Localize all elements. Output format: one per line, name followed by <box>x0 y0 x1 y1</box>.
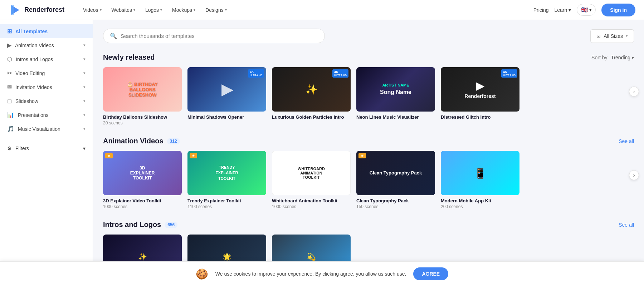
card-mobile-app[interactable]: 📱 Modern Mobile App Kit 200 scenes <box>441 151 519 209</box>
newly-released-section: Newly released Sort by: Trending ▾ 🎂 BIR… <box>103 53 634 125</box>
card-3d-explainer[interactable]: 3DEXPLAINERTOOLKIT ★ 3D Explainer Video … <box>103 151 182 209</box>
card-scenes-whiteboard: 1000 scenes <box>272 204 351 209</box>
card-title-mobile: Modern Mobile App Kit <box>441 198 519 203</box>
scissors-icon: ✂ <box>7 70 12 77</box>
sort-value[interactable]: Trending ▾ <box>611 55 634 60</box>
cookie-icon: 🍪 <box>196 268 208 280</box>
card-clean-typo[interactable]: Clean Typography Pack ★ Clean Typography… <box>356 151 435 209</box>
logo-link[interactable]: Renderforest <box>9 4 64 16</box>
sizes-dropdown[interactable]: ⊡ All Sizes ▾ <box>590 29 634 43</box>
pricing-link[interactable]: Pricing <box>533 7 549 13</box>
chevron-down-icon: ▾ <box>100 8 102 12</box>
sidebar: ⊞ All Templates ▶ Animation Videos ▾ ⬡ I… <box>0 20 93 286</box>
animation-videos-cards: 3DEXPLAINERTOOLKIT ★ 3D Explainer Video … <box>103 151 634 209</box>
sidebar-label-presentations: Presentations <box>18 112 49 118</box>
nav-item-videos[interactable]: Videos ▾ <box>79 4 106 16</box>
music-icon: 🎵 <box>7 125 14 132</box>
chevron-down-icon: ▾ <box>83 85 86 89</box>
animation-videos-see-all[interactable]: See all <box>619 138 634 144</box>
card-birthday[interactable]: 🎂 BIRTHDAYBALLOONSSLIDESHOW Birthday Bal… <box>103 67 182 125</box>
sidebar-item-all-templates[interactable]: ⊞ All Templates <box>0 24 93 38</box>
badge-4k: 4KULTRA HD <box>248 69 264 78</box>
sidebar-item-animation-videos[interactable]: ▶ Animation Videos ▾ <box>0 38 93 52</box>
card-scenes-typo: 150 scenes <box>356 204 435 209</box>
sidebar-item-video-editing[interactable]: ✂ Video Editing ▾ <box>0 66 93 80</box>
card-scenes-trendy: 1100 scenes <box>187 204 266 209</box>
play-icon: ▶ <box>221 81 233 98</box>
sidebar-item-slideshow[interactable]: ◻ Slideshow ▾ <box>0 94 93 108</box>
chevron-down-icon: ▾ <box>83 113 86 117</box>
nav-label-mockups: Mockups <box>172 7 192 13</box>
learn-link[interactable]: Learn ▾ <box>555 7 571 13</box>
filter-icon: ⚙ <box>7 146 12 151</box>
intros-logos-see-all[interactable]: See all <box>619 222 634 228</box>
card-whiteboard[interactable]: WHITEBOARDANIMATIONTOOLKIT Whiteboard An… <box>272 151 351 209</box>
search-input[interactable] <box>121 33 318 39</box>
card-scenes-3d: 1000 scenes <box>103 204 182 209</box>
card-thumb-particles: ✨ 4KULTRA HD <box>272 67 351 112</box>
newly-released-header: Newly released Sort by: Trending ▾ <box>103 53 634 61</box>
card-title-minimal: Minimal Shadows Opener <box>187 114 266 120</box>
chevron-down-icon: ▾ <box>83 43 86 48</box>
sidebar-label-all-templates: All Templates <box>15 29 48 34</box>
card-minimal[interactable]: ▶ 4KULTRA HD Minimal Shadows Opener <box>187 67 266 125</box>
sidebar-label-invitation-videos: Invitation Videos <box>15 84 52 90</box>
sort-label: Sort by: <box>591 55 609 60</box>
card-title-particles: Luxurious Golden Particles Intro <box>272 114 351 120</box>
card-title-whiteboard: Whiteboard Animation Toolkit <box>272 198 351 203</box>
nav-right: Pricing Learn ▾ 🇬🇧 ▾ Sign in <box>533 4 635 16</box>
card-thumb-mobile: 📱 <box>441 151 519 195</box>
card-thumb-neon: ARTIST NAMESong Name <box>356 67 435 112</box>
sidebar-item-invitation-videos[interactable]: ✉ Invitation Videos ▾ <box>0 80 93 94</box>
cookie-text: We use cookies to improve your experienc… <box>215 271 406 277</box>
sidebar-label-video-editing: Video Editing <box>15 70 45 76</box>
sidebar-item-filters[interactable]: ⚙ Filters ▾ <box>0 142 93 155</box>
nav-item-designs[interactable]: Designs ▾ <box>201 4 231 16</box>
chevron-down-icon: ▾ <box>83 99 86 103</box>
svg-marker-1 <box>11 5 14 15</box>
card-glitch[interactable]: ▶ Renderforest 4KULTRA HD Distressed Gli… <box>441 67 519 125</box>
envelope-icon: ✉ <box>7 84 12 90</box>
sidebar-label-intros-logos: Intros and Logos <box>16 56 53 62</box>
chevron-down-icon: ▾ <box>83 127 86 131</box>
card-thumb-whiteboard: WHITEBOARDANIMATIONTOOLKIT <box>272 151 351 195</box>
grid-icon: ⊞ <box>7 28 12 35</box>
nav-links: Videos ▾ Websites ▾ Logos ▾ Mockups ▾ De… <box>79 4 533 16</box>
card-neon[interactable]: ARTIST NAMESong Name Neon Lines Music Vi… <box>356 67 435 125</box>
nav-label-logos: Logos <box>145 7 159 13</box>
card-scenes-birthday: 20 scenes <box>103 120 182 125</box>
sidebar-label-music-visualization: Music Visualization <box>18 126 60 132</box>
card-particles[interactable]: ✨ 4KULTRA HD Luxurious Golden Particles … <box>272 67 351 125</box>
intros-logos-title: Intros and Logos <box>103 221 161 229</box>
language-selector[interactable]: 🇬🇧 ▾ <box>577 4 596 16</box>
card-thumb-minimal: ▶ 4KULTRA HD <box>187 67 266 112</box>
chevron-down-icon: ▾ <box>225 8 227 12</box>
search-wrap: 🔍 <box>103 29 325 43</box>
intros-logos-header: Intros and Logos 656 See all <box>103 221 634 229</box>
sidebar-item-music-visualization[interactable]: 🎵 Music Visualization ▾ <box>0 122 93 136</box>
nav-item-logos[interactable]: Logos ▾ <box>141 4 166 16</box>
card-trendy[interactable]: TRENDYEXPLAINERTOOLKIT ★ Trendy Explaine… <box>187 151 266 209</box>
sizes-label: All Sizes <box>604 33 623 39</box>
signin-button[interactable]: Sign in <box>601 4 635 16</box>
sidebar-item-presentations[interactable]: 📊 Presentations ▾ <box>0 108 93 122</box>
agree-button[interactable]: AGREE <box>413 267 448 280</box>
next-arrow-newly-released[interactable]: › <box>629 87 639 97</box>
next-arrow-animation[interactable]: › <box>629 170 639 180</box>
sidebar-divider <box>6 139 87 139</box>
card-thumb-birthday: 🎂 BIRTHDAYBALLOONSSLIDESHOW <box>103 67 182 112</box>
chart-icon: 📊 <box>7 112 14 118</box>
chevron-down-icon: ▾ <box>83 146 86 151</box>
chevron-down-icon: ▾ <box>626 34 628 38</box>
nav-item-websites[interactable]: Websites ▾ <box>107 4 140 16</box>
main-content: 🔍 ⊡ All Sizes ▾ Newly released Sort by: … <box>93 20 644 286</box>
hexagon-icon: ⬡ <box>7 56 12 63</box>
logo-icon <box>9 4 21 16</box>
chevron-down-icon: ▾ <box>569 7 571 13</box>
card-thumb-trendy: TRENDYEXPLAINERTOOLKIT ★ <box>187 151 266 195</box>
logo-text: Renderforest <box>24 6 64 14</box>
animation-videos-count: 312 <box>167 138 180 144</box>
nav-item-mockups[interactable]: Mockups ▾ <box>168 4 200 16</box>
badge-premium: ★ <box>358 153 366 158</box>
sidebar-item-intros-logos[interactable]: ⬡ Intros and Logos ▾ <box>0 52 93 66</box>
